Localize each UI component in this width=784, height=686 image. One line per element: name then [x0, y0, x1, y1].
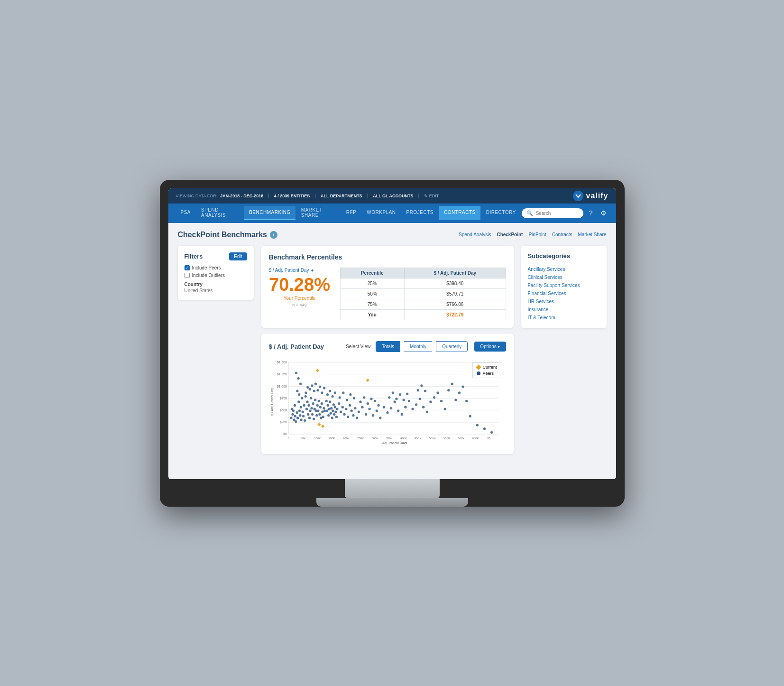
include-outliers-row[interactable]: Include Outliers: [184, 273, 247, 278]
sub-item-ancillary[interactable]: Ancillary Services: [528, 265, 600, 273]
chart-legend: Current Peers: [472, 362, 501, 378]
view-monthly-button[interactable]: Monthly: [404, 341, 432, 352]
value-75: $766.06: [405, 299, 506, 309]
svg-point-146: [393, 400, 396, 403]
svg-point-51: [304, 419, 306, 421]
include-peers-row[interactable]: Include Peers: [184, 265, 247, 270]
nav-item-rfp[interactable]: RFP: [341, 206, 361, 220]
nav-item-workplan[interactable]: WORKPLAN: [362, 206, 400, 220]
percentile-25: 25%: [340, 278, 405, 288]
nav-item-market[interactable]: MARKET SHARE: [296, 204, 341, 223]
include-peers-checkbox[interactable]: [184, 265, 190, 270]
search-icon: 🔍: [526, 210, 533, 216]
svg-text:0: 0: [287, 437, 289, 440]
nav-item-directory[interactable]: DIRECTORY: [481, 206, 521, 220]
svg-point-140: [366, 402, 369, 405]
svg-point-118: [345, 408, 347, 410]
search-input[interactable]: [536, 211, 579, 216]
svg-point-79: [316, 404, 318, 406]
svg-point-122: [352, 414, 354, 417]
svg-text:400K: 400K: [400, 437, 407, 440]
percentile-75: 75%: [340, 299, 405, 309]
view-quarterly-button[interactable]: Quarterly: [436, 341, 468, 352]
svg-point-172: [454, 399, 457, 401]
svg-text:$1,500: $1,500: [277, 360, 287, 363]
breadcrumb-spend-analysis[interactable]: Spend Analysis: [459, 232, 491, 237]
svg-text:350K: 350K: [386, 437, 392, 440]
sub-item-financial[interactable]: Financial Services: [528, 289, 600, 297]
breadcrumb-pinpoint[interactable]: PinPoint: [528, 232, 546, 237]
sub-item-it[interactable]: IT & Telecom: [528, 314, 600, 322]
info-icon[interactable]: i: [270, 231, 277, 239]
sub-item-clinical[interactable]: Clinical Services: [528, 273, 600, 281]
svg-point-128: [349, 393, 351, 396]
percentile-table: Percentile $ / Adj. Patient Day 25% $398…: [340, 268, 506, 320]
edit-button[interactable]: ✎ EDIT: [424, 194, 439, 198]
breadcrumb-market-share[interactable]: Market Share: [578, 232, 606, 237]
nav-item-spend[interactable]: SPEND ANALYSIS: [196, 204, 243, 223]
svg-point-54: [299, 382, 302, 385]
svg-point-38: [293, 404, 295, 406]
svg-point-41: [296, 417, 298, 419]
svg-point-130: [357, 410, 360, 413]
svg-point-120: [348, 404, 350, 406]
svg-text:550K: 550K: [443, 437, 450, 440]
svg-marker-182: [317, 422, 321, 426]
legend-current-label: Current: [482, 365, 497, 370]
percentile-50: 50%: [340, 288, 405, 299]
svg-point-106: [333, 406, 336, 408]
nav-item-psa[interactable]: PSA: [176, 206, 196, 220]
include-outliers-checkbox[interactable]: [184, 273, 190, 278]
svg-point-93: [323, 387, 325, 389]
svg-point-49: [302, 415, 304, 417]
nav-item-benchmarking[interactable]: BENCHMARKING: [244, 206, 295, 220]
svg-point-135: [375, 409, 378, 412]
svg-text:$500: $500: [279, 408, 286, 412]
svg-point-152: [388, 396, 390, 399]
view-totals-button[interactable]: Totals: [376, 341, 400, 352]
monitor-wrapper: VIEWING DATA FOR: JAN-2018 - DEC-2018 | …: [160, 180, 625, 507]
svg-point-124: [355, 417, 358, 419]
svg-point-173: [458, 391, 460, 394]
filters-edit-button[interactable]: Edit: [229, 252, 247, 260]
sub-item-hr[interactable]: HR Services: [528, 297, 600, 306]
svg-point-110: [326, 393, 328, 396]
svg-point-98: [328, 408, 330, 410]
top-bar: VIEWING DATA FOR: JAN-2018 - DEC-2018 | …: [168, 188, 616, 204]
svg-point-145: [389, 407, 392, 409]
sub-item-insurance[interactable]: Insurance: [528, 306, 600, 314]
benchmark-card: Benchmark Percentiles $ / Adj. Patient D…: [261, 246, 514, 328]
svg-point-177: [476, 424, 478, 426]
valify-logo: valify: [573, 191, 609, 201]
svg-point-141: [370, 398, 372, 400]
nav-item-projects[interactable]: PROJECTS: [402, 206, 438, 220]
svg-point-159: [418, 398, 421, 400]
svg-point-111: [329, 389, 331, 392]
chart-container: Current Peers: [269, 359, 506, 447]
svg-point-89: [323, 409, 325, 412]
help-icon[interactable]: ?: [587, 207, 595, 219]
svg-text:$750: $750: [279, 396, 286, 399]
svg-point-97: [327, 414, 330, 417]
svg-text:$ / Adj. Patient Day: $ / Adj. Patient Day: [270, 388, 274, 415]
svg-point-61: [307, 404, 310, 406]
breadcrumb-contracts[interactable]: Contracts: [552, 232, 572, 237]
peers-icon: [477, 371, 480, 375]
svg-point-92: [321, 391, 323, 394]
svg-point-131: [361, 406, 363, 408]
nav-item-contracts[interactable]: CONTRACTS: [439, 206, 480, 220]
svg-point-74: [308, 388, 311, 390]
metric-dot: ●: [311, 268, 314, 273]
svg-point-133: [368, 408, 370, 410]
options-button[interactable]: Options ▾: [474, 342, 506, 352]
svg-point-132: [364, 413, 367, 415]
search-box[interactable]: 🔍: [522, 208, 583, 218]
table-row-you: You $722.79: [340, 309, 506, 320]
svg-point-121: [350, 409, 352, 412]
settings-icon[interactable]: ⚙: [599, 207, 609, 219]
sub-item-facility[interactable]: Facility Support Services: [528, 281, 600, 289]
svg-text:$250: $250: [279, 420, 286, 424]
svg-point-142: [373, 399, 376, 402]
country-value: United States: [184, 288, 247, 293]
svg-text:250K: 250K: [357, 437, 364, 440]
